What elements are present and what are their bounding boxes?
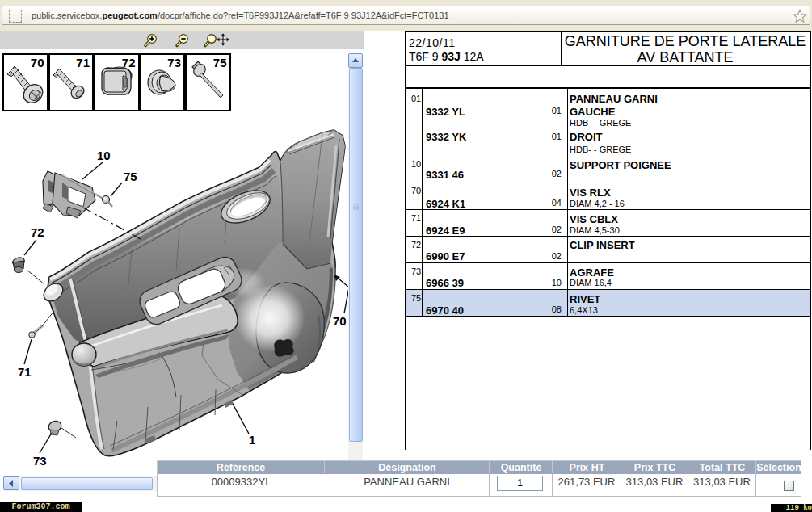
svg-text:71: 71 bbox=[18, 365, 32, 379]
svg-text:1: 1 bbox=[249, 433, 255, 447]
svg-text:75: 75 bbox=[124, 170, 137, 183]
svg-text:70: 70 bbox=[333, 314, 347, 328]
svg-text:72: 72 bbox=[31, 225, 44, 239]
svg-text:73: 73 bbox=[33, 454, 47, 468]
svg-text:10: 10 bbox=[97, 149, 111, 162]
